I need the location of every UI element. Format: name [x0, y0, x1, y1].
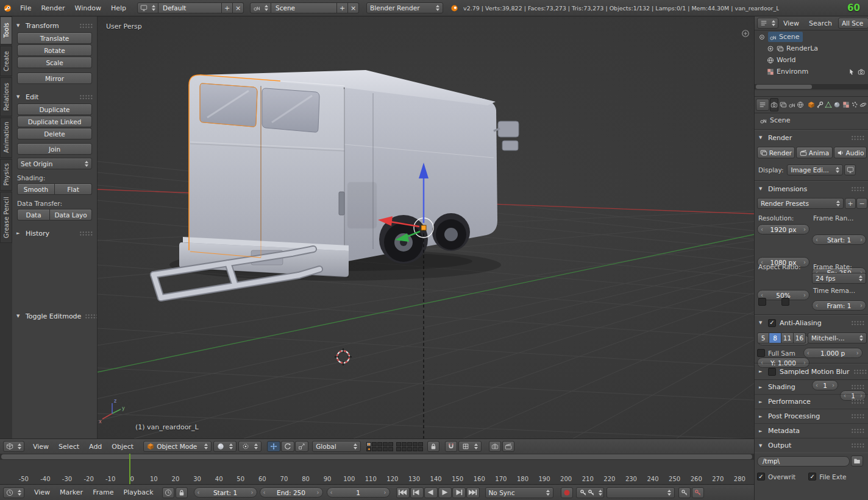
expand-region-button[interactable]: [741, 29, 750, 38]
opengl-render-anim-button[interactable]: [502, 441, 514, 452]
jump-to-end-button[interactable]: [466, 487, 480, 498]
jump-prev-keyframe-button[interactable]: [410, 487, 424, 498]
tab-create[interactable]: Create: [0, 46, 12, 76]
tab-relations[interactable]: Relations: [0, 77, 12, 116]
panel-grip[interactable]: [851, 186, 864, 192]
outliner-menu-view[interactable]: View: [778, 19, 804, 27]
panel-grip[interactable]: [851, 384, 864, 390]
remove-preset-button[interactable]: −: [856, 198, 867, 209]
menu-render[interactable]: Render: [36, 4, 69, 12]
menu-window[interactable]: Window: [70, 4, 106, 12]
outliner-scrollbar-thumb[interactable]: [756, 85, 812, 89]
expander-icon[interactable]: [758, 33, 766, 41]
outliner-scope-select[interactable]: All Sce: [838, 18, 868, 29]
delete-button[interactable]: Delete: [17, 128, 92, 139]
menu-file[interactable]: File: [15, 4, 36, 12]
tab-object-data[interactable]: [824, 98, 832, 111]
opengl-render-button[interactable]: [489, 441, 501, 452]
outliner-row-renderlayers[interactable]: RenderLa: [755, 43, 868, 54]
sync-mode-select[interactable]: No Sync: [485, 487, 553, 498]
full-sample-checkbox[interactable]: [757, 349, 765, 357]
outliner-row-environment[interactable]: Environm: [755, 66, 868, 77]
resolution-x-field[interactable]: 1920 px: [757, 224, 809, 234]
lock-time-cursor-button[interactable]: [176, 487, 188, 498]
delete-keyframe-button[interactable]: [692, 487, 704, 498]
browse-output-path-button[interactable]: [851, 456, 863, 467]
panel-transform[interactable]: Transform: [12, 19, 97, 32]
tab-physics[interactable]: Physics: [0, 159, 12, 191]
menu-object[interactable]: Object: [107, 443, 138, 451]
aa-samples-11-button[interactable]: 11: [781, 333, 794, 343]
timeline-ruler[interactable]: -50-40-30-20-100102030405060708090100110…: [0, 454, 754, 484]
delete-layout-button[interactable]: [233, 2, 244, 13]
collapsed-panel-header[interactable]: Performance: [755, 394, 868, 409]
panel-grip[interactable]: [853, 369, 867, 375]
tab-modifiers[interactable]: [816, 98, 824, 111]
use-preview-range-button[interactable]: [162, 487, 174, 498]
render-presets-select[interactable]: Render Presets: [757, 198, 844, 209]
layers-widget[interactable]: [366, 442, 423, 451]
collapsed-panel-header[interactable]: Post Processing: [755, 409, 868, 423]
pivot-point-select[interactable]: [238, 441, 261, 452]
menu-frame[interactable]: Frame: [88, 488, 118, 496]
menu-view[interactable]: View: [28, 443, 54, 451]
tab-texture[interactable]: [842, 98, 850, 111]
translate-manipulator-button[interactable]: [267, 441, 280, 452]
panel-grip[interactable]: [79, 231, 93, 236]
panel-grip[interactable]: [851, 320, 864, 326]
menu-help[interactable]: Help: [106, 4, 131, 12]
jump-next-keyframe-button[interactable]: [452, 487, 466, 498]
display-mode-select[interactable]: Image Edi...: [787, 164, 843, 175]
scale-button[interactable]: Scale: [17, 57, 92, 68]
collapsed-panel-header[interactable]: Shading: [755, 379, 868, 394]
output-path-field[interactable]: /tmp\: [757, 456, 850, 467]
menu-timeline-view[interactable]: View: [29, 488, 55, 496]
duplicate-linked-button[interactable]: Duplicate Linked: [17, 116, 92, 127]
aa-filter-select[interactable]: Mitchell-...: [808, 333, 867, 343]
render-toggle-icon[interactable]: [858, 68, 865, 76]
display-lock-button[interactable]: [844, 164, 856, 175]
timeline-scrollbar[interactable]: [0, 454, 754, 460]
outliner-menu-search[interactable]: Search: [804, 19, 837, 27]
menu-marker[interactable]: Marker: [55, 488, 88, 496]
outliner-editor-type-button[interactable]: [757, 18, 778, 29]
panel-grip[interactable]: [851, 443, 864, 448]
insert-keyframe-button[interactable]: [678, 487, 691, 498]
panel-anti-aliasing[interactable]: Anti-Aliasing: [755, 316, 868, 329]
timeline-editor-type-button[interactable]: [3, 487, 24, 498]
panel-grip[interactable]: [79, 94, 93, 100]
scene-name-field[interactable]: Scene: [271, 2, 337, 13]
delete-scene-button[interactable]: [348, 2, 359, 13]
menu-playback[interactable]: Playback: [118, 488, 158, 496]
end-frame-field[interactable]: End: 250: [260, 487, 323, 498]
outliner-selected-item[interactable]: Scene: [768, 32, 803, 42]
panel-grip[interactable]: [85, 314, 98, 319]
lock-to-scene-button[interactable]: [427, 441, 439, 452]
panel-sampled-motion-blur[interactable]: Sampled Motion Blur: [755, 365, 868, 378]
play-reverse-button[interactable]: [424, 487, 438, 498]
rotate-manipulator-button[interactable]: [281, 441, 294, 452]
render-audio-button[interactable]: Audio: [834, 147, 867, 158]
transform-orientation-select[interactable]: Global: [312, 441, 361, 452]
tab-scene[interactable]: [788, 98, 795, 111]
start-frame-field[interactable]: Start: 1: [194, 487, 257, 498]
outliner-row-scene[interactable]: Scene: [755, 31, 868, 43]
duplicate-button[interactable]: Duplicate: [17, 104, 92, 115]
outliner-row-world[interactable]: World: [755, 54, 868, 66]
van-model[interactable]: [154, 70, 519, 298]
tab-material[interactable]: [833, 98, 841, 111]
panel-dimensions[interactable]: Dimensions: [755, 182, 868, 195]
add-scene-button[interactable]: [337, 2, 348, 13]
snap-toggle-button[interactable]: [445, 441, 457, 452]
layout-name-field[interactable]: Default: [158, 2, 222, 13]
aa-samples-5-button[interactable]: 5: [757, 333, 769, 343]
tab-world[interactable]: [797, 98, 805, 111]
frame-start-field[interactable]: Start: 1: [812, 234, 866, 245]
pixel-filter-size-field[interactable]: 1.000 p: [803, 348, 863, 358]
panel-output[interactable]: Output: [755, 438, 868, 452]
current-frame-indicator[interactable]: [129, 454, 130, 484]
data-transfer-layout-button[interactable]: Data Layo: [50, 209, 92, 220]
panel-grip[interactable]: [851, 399, 864, 404]
browse-scenes-button[interactable]: [250, 2, 271, 13]
render-still-button[interactable]: Render: [757, 147, 795, 158]
